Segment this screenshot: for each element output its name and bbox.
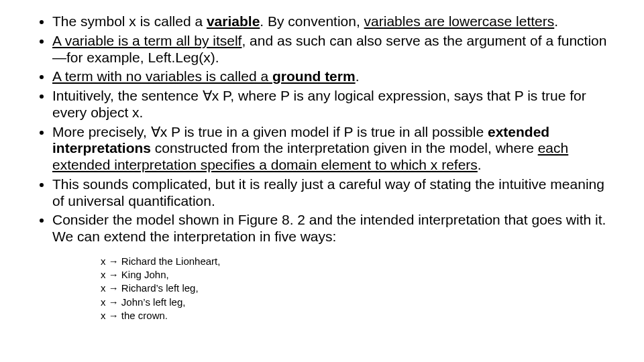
bullet-item: A term with no variables is called a gro… (52, 68, 610, 85)
mapping-item: x → King John, (101, 268, 610, 282)
text-underline-bold: variable (207, 13, 260, 29)
text: . By convention, (260, 13, 364, 29)
text: constructed from the interpretation give… (151, 140, 538, 156)
mapping-item: x → John’s left leg, (101, 296, 610, 309)
text: This sounds complicated, but it is reall… (52, 176, 604, 208)
text: More precisely, ∀x P is true in a given … (52, 124, 488, 139)
mapping-item: x → Richard the Lionheart, (101, 255, 610, 268)
bullet-item: A variable is a term all by itself, and … (52, 33, 610, 66)
text: Consider the model shown in Figure 8. 2 … (52, 212, 606, 244)
text: . (356, 68, 360, 84)
text-underline: variables are lowercase letters (364, 13, 555, 29)
text: . (554, 13, 558, 29)
bullet-item: Consider the model shown in Figure 8. 2 … (52, 212, 610, 245)
bullet-item: The symbol x is called a variable. By co… (52, 13, 610, 30)
bullet-item: More precisely, ∀x P is true in a given … (52, 124, 610, 174)
text-underline-bold: ground term (272, 68, 356, 84)
bullet-list: The symbol x is called a variable. By co… (34, 13, 610, 245)
slide-content: The symbol x is called a variable. By co… (0, 0, 644, 362)
text-underline: A variable is a term all by itself (52, 33, 241, 48)
bullet-item: This sounds complicated, but it is reall… (52, 176, 610, 210)
mapping-item: x → the crown. (101, 309, 610, 322)
text: Intuitively, the sentence ∀x P, where P … (52, 88, 586, 120)
text: . (478, 157, 482, 172)
mapping-item: x → Richard’s left leg, (101, 282, 610, 295)
text-underline: A term with no variables is called a (52, 68, 272, 84)
mapping-list: x → Richard the Lionheart, x → King John… (101, 255, 610, 322)
bullet-item: Intuitively, the sentence ∀x P, where P … (52, 88, 610, 121)
text: The symbol x is called a (52, 13, 207, 29)
